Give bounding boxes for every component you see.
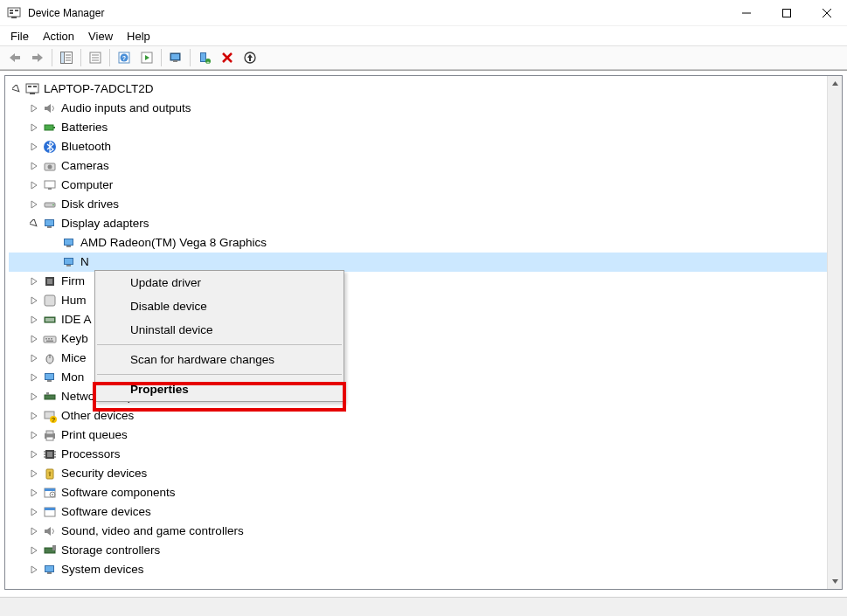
close-button[interactable] [807, 0, 847, 26]
enable-device-button[interactable]: + [194, 47, 215, 68]
svg-rect-68 [66, 265, 71, 266]
ctx-disable-device[interactable]: Disable device [95, 294, 344, 318]
tree-label: Print queues [61, 427, 128, 444]
svg-rect-83 [46, 341, 53, 343]
expand-icon[interactable] [28, 410, 40, 422]
svg-rect-73 [45, 295, 55, 306]
expand-icon[interactable] [28, 564, 40, 576]
chip-icon [42, 273, 58, 289]
svg-rect-92 [45, 395, 55, 399]
ctx-scan-hardware[interactable]: Scan for hardware changes [95, 348, 344, 371]
expand-icon[interactable] [28, 448, 40, 460]
svg-marker-45 [31, 124, 37, 131]
menu-file[interactable]: File [3, 28, 36, 45]
scroll-up-button[interactable] [828, 76, 842, 91]
forward-button[interactable] [27, 47, 48, 68]
svg-rect-62 [47, 226, 52, 228]
tree-label: Mice [61, 350, 87, 367]
expand-icon[interactable] [28, 467, 40, 480]
svg-rect-41 [33, 86, 37, 87]
tree-item[interactable]: Security devices [9, 464, 842, 483]
scan-hardware-button[interactable] [165, 47, 186, 68]
tree-item[interactable]: Processors [9, 445, 842, 464]
expand-icon[interactable] [28, 102, 40, 114]
expand-icon[interactable] [28, 160, 40, 172]
svg-text:+: + [206, 59, 210, 65]
svg-marker-48 [31, 143, 37, 150]
back-button[interactable] [4, 47, 25, 68]
svg-marker-84 [31, 355, 37, 362]
tree-item[interactable]: Computer [9, 176, 842, 195]
expand-icon[interactable] [28, 429, 40, 441]
scroll-down-button[interactable] [828, 574, 842, 589]
show-hide-tree-button[interactable] [56, 47, 77, 68]
disable-device-button[interactable] [217, 47, 238, 68]
expand-icon[interactable] [28, 333, 40, 345]
expand-icon[interactable] [28, 487, 40, 499]
svg-marker-120 [31, 509, 37, 516]
tree-item[interactable]: Print queues [9, 426, 842, 445]
tree-item-gpu-amd[interactable]: AMD Radeon(TM) Vega 8 Graphics [9, 233, 842, 253]
tree-item[interactable]: Storage controllers [9, 541, 842, 560]
tree-item[interactable]: Software devices [9, 502, 842, 522]
expand-icon[interactable] [28, 352, 40, 364]
svg-marker-91 [31, 393, 37, 400]
battery-icon [42, 120, 58, 135]
menu-view[interactable]: View [81, 28, 120, 45]
properties-button[interactable] [85, 47, 106, 68]
storage-icon [42, 543, 58, 558]
svg-rect-71 [47, 279, 52, 284]
collapse-icon[interactable] [28, 218, 40, 230]
expand-icon[interactable] [28, 198, 40, 211]
expand-icon[interactable] [28, 525, 40, 537]
expand-icon[interactable] [28, 275, 40, 287]
expand-icon[interactable] [28, 506, 40, 518]
expand-icon[interactable] [28, 314, 40, 326]
svg-marker-123 [31, 528, 37, 535]
tree-item[interactable]: Batteries [9, 118, 842, 137]
maximize-button[interactable] [767, 0, 807, 26]
expand-icon[interactable] [28, 371, 40, 384]
expand-icon[interactable] [28, 141, 40, 153]
minimize-button[interactable] [726, 0, 767, 26]
uninstall-device-button[interactable] [240, 47, 260, 68]
svg-marker-128 [31, 566, 37, 573]
tree-item-display-adapters[interactable]: Display adapters [9, 214, 842, 233]
menu-help[interactable]: Help [120, 28, 157, 45]
tree-label: Audio inputs and outputs [61, 100, 191, 117]
tree-item[interactable]: Audio inputs and outputs [9, 99, 842, 118]
tree-item-gpu-nvidia[interactable]: N [9, 253, 842, 272]
tree-item[interactable]: System devices [9, 560, 842, 579]
expand-icon[interactable] [28, 121, 40, 134]
svg-marker-98 [31, 432, 37, 439]
help-button[interactable]: ? [114, 47, 135, 68]
bluetooth-icon [42, 139, 58, 155]
tree-item[interactable]: Cameras [9, 156, 842, 176]
tree-label: Cameras [61, 158, 109, 175]
tree-item[interactable]: Disk drives [9, 195, 842, 214]
expand-icon[interactable] [28, 179, 40, 191]
svg-marker-133 [832, 579, 838, 584]
action-button[interactable] [136, 47, 157, 68]
ctx-uninstall-device[interactable]: Uninstall device [95, 318, 344, 342]
svg-marker-38 [12, 85, 21, 93]
expand-icon[interactable] [28, 391, 40, 403]
tree-item[interactable]: Sound, video and game controllers [9, 522, 842, 541]
monitor-icon [42, 177, 58, 193]
tree-item[interactable]: Software components [9, 483, 842, 502]
expand-icon[interactable] [28, 294, 40, 307]
expand-icon[interactable] [28, 544, 40, 557]
tree-label: Sound, video and game controllers [61, 523, 244, 540]
tree-item[interactable]: ? Other devices [9, 406, 842, 426]
menu-action[interactable]: Action [36, 28, 81, 45]
ctx-update-driver[interactable]: Update driver [95, 271, 344, 294]
tree-item[interactable]: Bluetooth [9, 137, 842, 156]
tree-label: N [80, 254, 89, 271]
tree-root[interactable]: LAPTOP-7ADCLT2D [9, 80, 842, 99]
ctx-properties[interactable]: Properties [95, 377, 344, 401]
collapse-icon[interactable] [10, 83, 23, 95]
svg-rect-104 [47, 452, 52, 457]
svg-rect-67 [65, 259, 73, 264]
vertical-scrollbar[interactable] [827, 76, 842, 589]
printer-icon [42, 427, 58, 443]
